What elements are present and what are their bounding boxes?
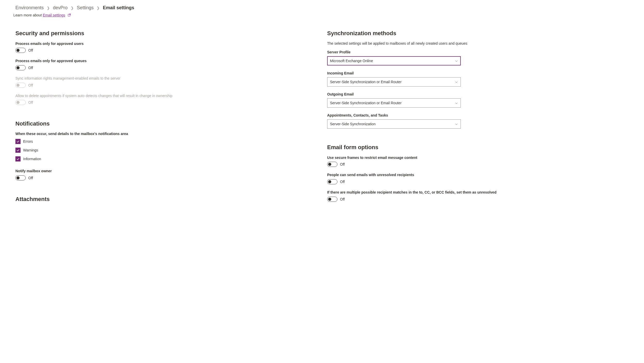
information-label: Information (23, 157, 41, 161)
appts-label: Appointments, Contacts, and Tasks (327, 113, 629, 117)
sync-irm-state: Off (28, 83, 33, 87)
breadcrumb-devpro[interactable]: devPro (53, 5, 68, 11)
external-link-icon (68, 13, 71, 18)
allow-delete-label: Allow to delete appointments if system a… (15, 93, 317, 99)
outgoing-value: Server-Side Synchronization or Email Rou… (330, 101, 455, 105)
security-title: Security and permissions (15, 30, 317, 37)
incoming-value: Server-Side Synchronization or Email Rou… (330, 80, 455, 84)
chevron-right-icon: ❯ (71, 6, 74, 10)
left-column: Security and permissions Process emails … (15, 28, 317, 207)
approved-users-toggle[interactable] (15, 48, 26, 53)
notifications-subtext: When these occur, send details to the ma… (15, 132, 317, 136)
errors-label: Errors (23, 139, 33, 144)
breadcrumb-environments[interactable]: Environments (15, 5, 44, 11)
breadcrumb-settings[interactable]: Settings (77, 5, 94, 11)
secure-frames-state: Off (340, 162, 345, 166)
allow-delete-state: Off (28, 100, 33, 104)
information-checkbox[interactable] (15, 156, 21, 161)
chevron-down-icon (455, 80, 458, 83)
unresolved-state: Off (340, 180, 345, 184)
multi-match-state: Off (340, 197, 345, 201)
chevron-down-icon (455, 122, 458, 126)
secure-frames-label: Use secure frames to restrict email mess… (327, 155, 629, 160)
sync-irm-label: Sync information rights management-enabl… (15, 76, 317, 81)
approved-users-label: Process emails only for approved users (15, 41, 317, 46)
server-profile-dropdown[interactable]: Microsoft Exchange Online (327, 56, 461, 65)
sync-desc: The selected settings will be applied to… (327, 41, 629, 45)
right-column: Synchronization methods The selected set… (327, 28, 629, 207)
multi-match-label: If there are multiple possible recipient… (327, 190, 629, 195)
warnings-checkbox[interactable] (15, 148, 21, 153)
approved-queues-label: Process emails only for approved queues (15, 59, 317, 64)
allow-delete-toggle (15, 100, 26, 105)
incoming-dropdown[interactable]: Server-Side Synchronization or Email Rou… (327, 77, 461, 87)
chevron-right-icon: ❯ (47, 6, 50, 10)
notify-owner-state: Off (28, 176, 33, 180)
chevron-down-icon (455, 101, 458, 104)
outgoing-dropdown[interactable]: Server-Side Synchronization or Email Rou… (327, 98, 461, 108)
learn-more-prefix: Learn more about (13, 13, 43, 17)
learn-more-link[interactable]: Email settings (43, 13, 65, 17)
multi-match-toggle[interactable] (327, 197, 337, 202)
outgoing-label: Outgoing Email (327, 92, 629, 96)
notify-owner-label: Notify mailbox owner (15, 169, 317, 174)
warnings-label: Warnings (23, 148, 38, 152)
chevron-right-icon: ❯ (97, 6, 100, 10)
secure-frames-toggle[interactable] (327, 162, 337, 167)
attachments-title: Attachments (15, 196, 317, 203)
appts-dropdown[interactable]: Server-Side Synchronization (327, 119, 461, 129)
sync-title: Synchronization methods (327, 30, 629, 37)
unresolved-label: People can send emails with unresolved r… (327, 173, 629, 178)
approved-queues-toggle[interactable] (15, 65, 26, 70)
incoming-label: Incoming Email (327, 71, 629, 75)
errors-checkbox[interactable] (15, 139, 21, 144)
learn-more-text: Learn more about Email settings (13, 13, 629, 18)
breadcrumb: Environments ❯ devPro ❯ Settings ❯ Email… (15, 5, 629, 11)
notify-owner-toggle[interactable] (15, 175, 26, 180)
chevron-down-icon (455, 59, 458, 62)
form-options-title: Email form options (327, 144, 629, 151)
notifications-title: Notifications (15, 120, 317, 127)
unresolved-toggle[interactable] (327, 179, 337, 184)
approved-queues-state: Off (28, 66, 33, 70)
appts-value: Server-Side Synchronization (330, 122, 455, 126)
server-profile-value: Microsoft Exchange Online (330, 59, 455, 63)
approved-users-state: Off (28, 48, 33, 52)
sync-irm-toggle (15, 83, 26, 88)
breadcrumb-current: Email settings (103, 5, 134, 11)
server-profile-label: Server Profile (327, 50, 629, 54)
